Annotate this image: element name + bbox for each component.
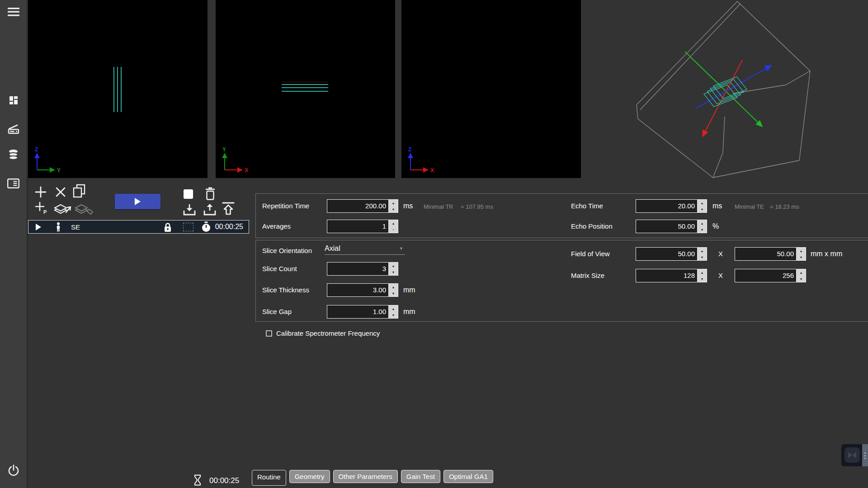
upload-button[interactable] bbox=[203, 202, 217, 216]
axis-indicator: Z X bbox=[405, 146, 438, 175]
run-stack-button[interactable] bbox=[53, 202, 72, 217]
stopwatch-icon bbox=[201, 221, 212, 233]
power-button[interactable] bbox=[0, 465, 27, 477]
slice-line bbox=[117, 67, 118, 112]
tab-gain-test[interactable]: Gain Test bbox=[401, 470, 440, 483]
spin-up[interactable]: ▲ bbox=[698, 269, 707, 276]
slice-gap-label: Slice Gap bbox=[262, 308, 292, 315]
footer-elapsed: 00:00:25 bbox=[209, 476, 239, 485]
sequence-row[interactable]: SE 00:00:25 bbox=[28, 220, 249, 234]
viewport-zx[interactable]: Z X bbox=[401, 0, 581, 178]
plus-icon bbox=[34, 186, 47, 198]
slice-orientation-select[interactable]: Axial ▼ bbox=[325, 242, 405, 255]
matrix-size-label: Matrix Size bbox=[571, 272, 604, 279]
stop-button[interactable] bbox=[184, 189, 193, 199]
spin-up[interactable]: ▲ bbox=[797, 269, 806, 276]
sidebar-item-scanner[interactable] bbox=[0, 123, 27, 134]
viewport-yx[interactable]: Y X bbox=[216, 0, 395, 178]
selection-box-icon[interactable] bbox=[183, 223, 193, 231]
matrix-y-input[interactable]: 256 ▲▼ bbox=[735, 269, 806, 282]
axis-indicator: Z Y bbox=[32, 146, 64, 175]
download-button[interactable] bbox=[182, 203, 197, 216]
hourglass-icon bbox=[193, 474, 202, 488]
spin-up[interactable]: ▲ bbox=[698, 200, 707, 206]
echo-time-input[interactable]: 20.00 ▲▼ bbox=[636, 199, 707, 213]
overlay-logo-icon[interactable] bbox=[844, 447, 860, 463]
spin-down[interactable]: ▼ bbox=[698, 206, 707, 212]
spin-down[interactable]: ▼ bbox=[389, 290, 398, 296]
overlay-handle[interactable] bbox=[862, 444, 868, 466]
delete-button[interactable] bbox=[204, 187, 217, 201]
spin-up[interactable]: ▲ bbox=[389, 284, 398, 290]
x-axis-3d bbox=[703, 60, 742, 136]
spin-up[interactable]: ▲ bbox=[797, 248, 806, 254]
minimal-tr-value: = 107.95 ms bbox=[461, 203, 493, 210]
spin-down[interactable]: ▼ bbox=[698, 226, 707, 233]
spin-down[interactable]: ▼ bbox=[389, 312, 398, 318]
slice-gap-input[interactable]: 1.00 ▲▼ bbox=[327, 305, 398, 319]
play-button[interactable] bbox=[115, 194, 160, 209]
upload-bold-icon bbox=[221, 201, 236, 216]
spin-down[interactable]: ▼ bbox=[698, 276, 707, 282]
minimal-te-value: = 18.23 ms bbox=[770, 203, 799, 210]
slice-thickness-input[interactable]: 3.00 ▲▼ bbox=[327, 283, 398, 297]
minimal-te-label: Minimal TE bbox=[735, 203, 764, 210]
scene-3d[interactable] bbox=[581, 0, 868, 190]
z-axis-3d bbox=[696, 66, 771, 108]
spin-up[interactable]: ▲ bbox=[389, 305, 398, 312]
fov-y-input[interactable]: 50.00 ▲▼ bbox=[735, 247, 806, 261]
spin-up[interactable]: ▲ bbox=[389, 200, 398, 206]
export-button[interactable] bbox=[221, 201, 236, 216]
repetition-time-input[interactable]: 200.00 ▲▼ bbox=[327, 199, 398, 213]
echo-position-input[interactable]: 50.00 ▲▼ bbox=[636, 220, 707, 233]
sidebar-item-dashboard[interactable] bbox=[0, 95, 27, 106]
viewport-zy[interactable]: Z Y bbox=[28, 0, 208, 178]
spin-up[interactable]: ▲ bbox=[389, 220, 398, 226]
spin-down[interactable]: ▼ bbox=[389, 269, 398, 275]
remove-button[interactable] bbox=[55, 186, 66, 198]
averages-input[interactable]: 1 ▲▼ bbox=[327, 220, 398, 233]
slice-line bbox=[282, 84, 328, 85]
menu-button[interactable] bbox=[0, 7, 27, 17]
copy-button[interactable] bbox=[71, 183, 87, 199]
spin-down[interactable]: ▼ bbox=[389, 206, 398, 212]
play-icon bbox=[134, 197, 141, 206]
add-button[interactable] bbox=[34, 186, 47, 198]
tab-geometry[interactable]: Geometry bbox=[289, 470, 330, 483]
spin-down[interactable]: ▼ bbox=[389, 226, 398, 233]
spin-down[interactable]: ▼ bbox=[797, 254, 806, 260]
slice-line bbox=[282, 87, 328, 88]
upload-icon bbox=[203, 202, 217, 216]
echo-time-unit: ms bbox=[712, 202, 722, 210]
spin-up[interactable]: ▲ bbox=[698, 220, 707, 226]
sidebar-item-data[interactable] bbox=[0, 149, 27, 160]
tab-routine[interactable]: Routine bbox=[252, 470, 286, 486]
calibrate-checkbox[interactable] bbox=[266, 330, 272, 337]
echo-position-label: Echo Position bbox=[571, 222, 613, 230]
svg-text:P: P bbox=[43, 209, 47, 215]
dashboard-icon bbox=[8, 95, 19, 106]
matrix-x-input[interactable]: 128 ▲▼ bbox=[636, 269, 707, 282]
tab-optimal-ga1[interactable]: Optimal GA1 bbox=[443, 470, 493, 483]
fov-unit: mm x mm bbox=[811, 250, 842, 258]
download-icon bbox=[182, 203, 197, 216]
spin-up[interactable]: ▲ bbox=[698, 248, 707, 254]
sidebar-item-protocols[interactable] bbox=[0, 178, 27, 188]
slice-count-input[interactable]: 3 ▲▼ bbox=[327, 262, 398, 276]
overlay-widget[interactable] bbox=[841, 444, 868, 466]
spin-down[interactable]: ▼ bbox=[797, 276, 806, 282]
spin-down[interactable]: ▼ bbox=[698, 254, 707, 260]
scanner-icon bbox=[8, 123, 19, 134]
power-icon bbox=[8, 465, 19, 477]
spin-up[interactable]: ▲ bbox=[389, 263, 398, 269]
lock-icon[interactable] bbox=[163, 222, 172, 232]
averages-label: Averages bbox=[262, 222, 291, 230]
row-play-icon[interactable] bbox=[36, 224, 41, 230]
tab-other-parameters[interactable]: Other Parameters bbox=[333, 470, 398, 483]
stack-disabled-button[interactable] bbox=[74, 202, 94, 217]
field-of-view-label: Field of View bbox=[571, 250, 610, 258]
sequence-name: SE bbox=[71, 223, 80, 231]
add-protocol-button[interactable]: P bbox=[35, 202, 48, 215]
hamburger-icon bbox=[8, 7, 19, 17]
fov-x-input[interactable]: 50.00 ▲▼ bbox=[636, 247, 707, 261]
